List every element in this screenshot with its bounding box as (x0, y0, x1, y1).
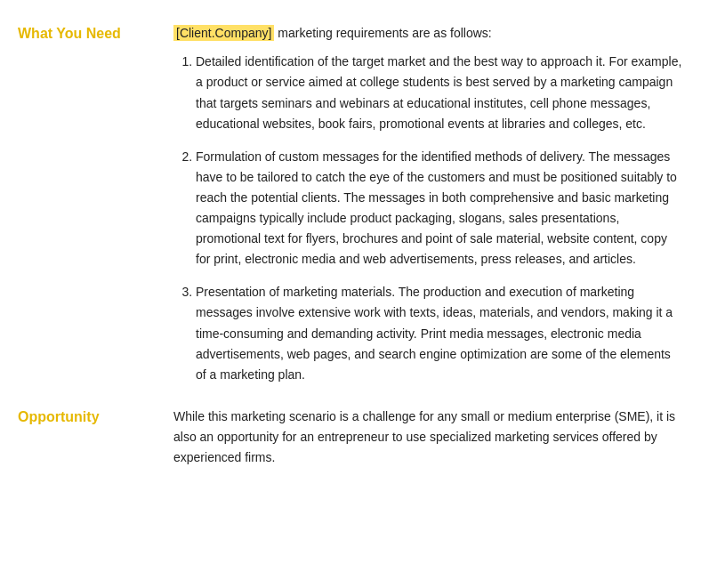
list-item: Formulation of custom messages for the i… (196, 147, 682, 270)
client-company-tag: [Client.Company] (173, 25, 274, 41)
what-you-need-content: [Client.Company] marketing requirements … (173, 18, 682, 398)
list-item: Detailed identification of the target ma… (196, 52, 682, 133)
page-layout: What You Need [Client.Company] marketing… (18, 18, 682, 468)
what-you-need-label: What You Need (18, 18, 173, 398)
opportunity-label: Opportunity (18, 398, 173, 468)
requirements-list: Detailed identification of the target ma… (178, 52, 682, 384)
intro-line: [Client.Company] marketing requirements … (173, 23, 682, 43)
intro-after-tag: marketing requirements are as follows: (274, 26, 491, 40)
opportunity-content: While this marketing scenario is a chall… (173, 398, 682, 468)
list-item: Presentation of marketing materials. The… (196, 282, 682, 384)
